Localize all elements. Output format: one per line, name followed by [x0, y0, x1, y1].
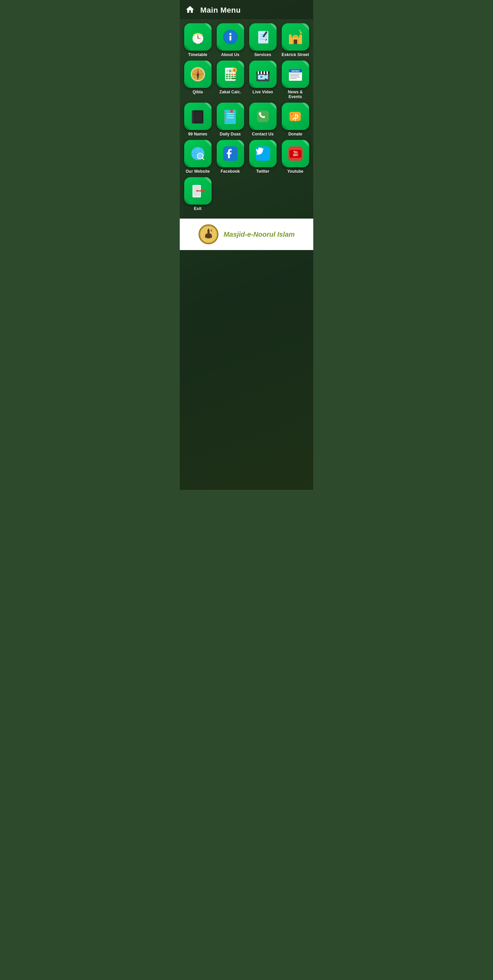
svg-rect-71: [192, 110, 193, 124]
svg-rect-41: [231, 73, 233, 75]
svg-point-35: [197, 73, 199, 75]
svg-text:£: £: [230, 69, 231, 73]
header-title: Main Menu: [200, 6, 241, 15]
svg-rect-40: [228, 73, 230, 75]
qibla-icon-box: [184, 60, 212, 88]
svg-point-7: [200, 34, 202, 36]
footer: Masjid-e-Noorul Islam: [180, 219, 313, 250]
facebook-label: Facebook: [220, 169, 240, 174]
exit-icon-box: [184, 177, 212, 205]
footer-logo: [198, 224, 219, 245]
svg-rect-74: [224, 110, 236, 124]
exit-label: Exit: [194, 206, 201, 211]
eskrick-label: Eskrick Street: [281, 52, 309, 57]
contactus-label: Contact Us: [252, 132, 274, 137]
services-icon-box: [249, 23, 277, 51]
website-label: Our Website: [185, 169, 209, 174]
svg-rect-42: [234, 73, 236, 75]
services-label: Services: [254, 52, 271, 57]
svg-point-25: [292, 35, 298, 40]
menu-item-dailyduas[interactable]: Daily Duas: [216, 103, 245, 137]
zakat-label: Zakat Calc.: [219, 90, 241, 94]
svg-rect-65: [290, 73, 301, 75]
svg-rect-46: [234, 76, 236, 77]
menu-item-youtube[interactable]: You Tube Youtube: [281, 140, 310, 174]
menu-item-99names[interactable]: 99 Names: [183, 103, 212, 137]
donate-label: Donate: [288, 132, 302, 137]
svg-rect-22: [289, 35, 291, 44]
timetable-label: Timetable: [188, 52, 207, 57]
menu-item-aboutus[interactable]: About Us: [216, 23, 245, 57]
svg-line-90: [202, 158, 204, 159]
svg-rect-79: [227, 113, 234, 114]
menu-item-news[interactable]: NEWS News & Events: [281, 60, 310, 99]
menu-item-qibla[interactable]: Qibla: [183, 60, 212, 99]
svg-point-6: [193, 34, 195, 36]
svg-rect-56: [260, 71, 262, 74]
dailyduas-icon-box: [217, 103, 244, 130]
menu-grid: Timetable About Us: [180, 19, 313, 215]
svg-rect-66: [290, 75, 299, 76]
svg-rect-43: [226, 76, 228, 77]
header: Main Menu: [180, 0, 313, 19]
livevideo-icon-box: [249, 60, 277, 88]
svg-text:£: £: [234, 69, 235, 72]
svg-rect-23: [299, 35, 302, 44]
svg-rect-58: [266, 71, 268, 74]
menu-item-eskrick[interactable]: Eskrick Street: [281, 23, 310, 57]
menu-item-zakat[interactable]: £ £: [216, 60, 245, 99]
svg-rect-55: [257, 71, 259, 74]
svg-rect-44: [228, 76, 230, 77]
svg-rect-57: [263, 71, 265, 74]
eskrick-icon-box: [282, 23, 309, 51]
home-icon[interactable]: [185, 5, 196, 16]
svg-rect-80: [227, 115, 234, 116]
app-wrapper: Main Menu: [180, 0, 313, 490]
website-icon-box: [184, 140, 212, 167]
svg-rect-81: [227, 117, 234, 118]
menu-item-twitter[interactable]: Twitter: [248, 140, 277, 174]
svg-point-84: [291, 113, 293, 115]
menu-item-timetable[interactable]: Timetable: [183, 23, 212, 57]
menu-item-livevideo[interactable]: Live Video: [248, 60, 277, 99]
svg-rect-48: [228, 78, 230, 79]
svg-rect-12: [230, 36, 231, 41]
svg-rect-47: [226, 78, 228, 79]
menu-item-contactus[interactable]: Contact Us: [248, 103, 277, 137]
99names-icon-box: [184, 103, 212, 130]
svg-line-5: [200, 43, 201, 44]
svg-rect-39: [226, 73, 228, 75]
svg-rect-77: [223, 118, 225, 119]
svg-rect-110: [205, 235, 206, 238]
qibla-label: Qibla: [192, 90, 203, 94]
menu-item-exit[interactable]: Exit: [183, 177, 212, 211]
menu-item-donate[interactable]: Donate: [281, 103, 310, 137]
menu-item-website[interactable]: Our Website: [183, 140, 212, 174]
svg-point-24: [299, 30, 300, 31]
menu-item-services[interactable]: Services: [248, 23, 277, 57]
99names-label: 99 Names: [188, 132, 207, 137]
facebook-icon-box: [217, 140, 244, 167]
svg-rect-75: [223, 112, 225, 113]
aboutus-icon-box: [217, 23, 244, 51]
donate-icon-box: [282, 103, 309, 130]
twitter-icon-box: [249, 140, 277, 167]
svg-rect-83: [257, 110, 269, 123]
aboutus-label: About Us: [221, 52, 239, 57]
footer-org-name: Masjid-e-Noorul Islam: [223, 231, 295, 239]
dailyduas-label: Daily Duas: [220, 132, 241, 137]
svg-rect-76: [223, 115, 225, 116]
svg-rect-78: [223, 121, 225, 122]
youtube-icon-box: You Tube: [282, 140, 309, 167]
zakat-icon-box: £ £: [217, 60, 244, 88]
svg-rect-112: [207, 230, 209, 235]
svg-rect-67: [290, 76, 300, 78]
svg-rect-111: [211, 235, 212, 238]
contactus-icon-box: [249, 103, 277, 130]
menu-item-facebook[interactable]: Facebook: [216, 140, 245, 174]
svg-marker-104: [202, 189, 205, 192]
news-icon-box: NEWS: [282, 60, 309, 88]
svg-line-4: [194, 43, 195, 44]
svg-rect-68: [290, 78, 297, 79]
youtube-label: Youtube: [287, 169, 303, 174]
